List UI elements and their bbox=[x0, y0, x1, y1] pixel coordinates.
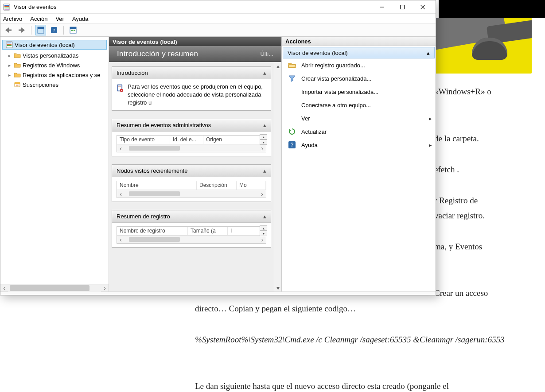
nav-back-button[interactable] bbox=[3, 25, 14, 35]
action-open-saved-log[interactable]: Abrir registro guardado... bbox=[283, 58, 435, 72]
col-header[interactable]: Nombre bbox=[117, 181, 197, 190]
svg-text:?: ? bbox=[53, 27, 55, 33]
center-vertical-scrollbar[interactable]: ▴ ▾ bbox=[274, 62, 281, 291]
expand-icon[interactable]: ▸ bbox=[7, 53, 12, 58]
scrollbar-thumb[interactable] bbox=[129, 146, 180, 151]
spinner-control[interactable]: ▴ ▾ bbox=[260, 225, 267, 236]
toolbar: ? bbox=[0, 23, 436, 37]
scrollbar-thumb[interactable] bbox=[129, 237, 180, 242]
collapse-icon[interactable]: ▴ bbox=[263, 167, 266, 174]
log-summary-header[interactable]: Resumen de registro ▴ bbox=[112, 210, 271, 223]
help-button[interactable]: ? bbox=[49, 25, 59, 35]
grid-horizontal-scrollbar[interactable]: ‹ › bbox=[117, 236, 266, 243]
chevron-down-icon[interactable]: ▾ bbox=[260, 231, 267, 236]
show-tree-button[interactable] bbox=[35, 25, 46, 35]
action-label: Ver bbox=[301, 115, 424, 122]
article-fragment: ma, y Eventos bbox=[434, 239, 536, 254]
admin-summary-grid[interactable]: Tipo de evento Id. del e... Origen ‹ › bbox=[117, 135, 266, 152]
tree-item-label: Registros de aplicaciones y se bbox=[23, 72, 101, 78]
scroll-up-icon[interactable]: ▴ bbox=[274, 62, 281, 70]
scrollbar-thumb[interactable] bbox=[129, 191, 180, 196]
svg-rect-18 bbox=[71, 30, 73, 31]
intro-header[interactable]: Introducción ▴ bbox=[112, 67, 271, 79]
action-import-custom-view[interactable]: Importar vista personalizada... bbox=[283, 85, 435, 98]
tree-item-custom-views[interactable]: ▸ Vistas personalizadas bbox=[0, 50, 109, 60]
properties-button[interactable] bbox=[68, 25, 78, 35]
svg-rect-21 bbox=[7, 43, 12, 43]
scroll-left-icon[interactable]: ‹ bbox=[117, 144, 125, 152]
spinner-control[interactable]: ▴ ▾ bbox=[260, 134, 267, 145]
article-fragment: Crear un acceso bbox=[434, 286, 536, 301]
scroll-right-icon[interactable]: › bbox=[101, 284, 109, 292]
grid-horizontal-scrollbar[interactable]: ‹ › bbox=[117, 190, 266, 198]
col-header[interactable]: Tipo de evento bbox=[117, 136, 170, 144]
grid-horizontal-scrollbar[interactable]: ‹ › bbox=[117, 144, 266, 152]
chevron-up-icon[interactable]: ▴ bbox=[260, 225, 267, 231]
menu-accion[interactable]: Acción bbox=[30, 16, 47, 22]
col-header[interactable]: Nombre de registro bbox=[117, 227, 188, 235]
event-viewer-icon bbox=[6, 41, 13, 48]
tree-pane: Visor de eventos (local) ▸ Vistas person… bbox=[0, 37, 109, 291]
scrollbar-thumb[interactable] bbox=[10, 285, 90, 291]
recent-nodes-grid[interactable]: Nombre Descripción Mo ‹ › bbox=[117, 181, 266, 198]
col-header[interactable]: Tamaño (a bbox=[188, 227, 228, 235]
recent-nodes-section: Nodos vistos recientemente ▴ Nombre Desc… bbox=[112, 164, 271, 202]
tree-root[interactable]: Visor de eventos (local) bbox=[2, 40, 107, 50]
titlebar[interactable]: Visor de eventos bbox=[0, 0, 436, 14]
folder-icon bbox=[14, 71, 21, 78]
action-create-custom-view[interactable]: Crear vista personalizada... bbox=[283, 72, 435, 85]
collapse-icon[interactable]: ▴ bbox=[263, 213, 266, 220]
action-view-submenu[interactable]: Ver ▸ bbox=[283, 112, 435, 125]
folder-icon bbox=[14, 52, 21, 59]
maximize-button[interactable] bbox=[392, 0, 413, 14]
scroll-down-icon[interactable]: ▾ bbox=[274, 284, 281, 291]
scroll-left-icon[interactable]: ‹ bbox=[117, 190, 125, 198]
close-button[interactable] bbox=[413, 0, 433, 14]
admin-summary-header[interactable]: Resumen de eventos administrativos ▴ bbox=[112, 119, 271, 132]
col-header[interactable]: Id. del e... bbox=[170, 136, 203, 144]
collapse-icon[interactable]: ▴ bbox=[427, 50, 430, 56]
tree-item-windows-logs[interactable]: ▸ Registros de Windows bbox=[0, 60, 109, 70]
col-header[interactable]: Origen bbox=[203, 136, 266, 144]
col-header[interactable]: Descripción bbox=[197, 181, 237, 190]
menu-ayuda[interactable]: Ayuda bbox=[72, 16, 89, 22]
tree-horizontal-scrollbar[interactable]: ‹ › bbox=[0, 284, 109, 291]
svg-rect-13 bbox=[38, 29, 40, 33]
actions-pane: Acciones Visor de eventos (local) ▴ Abri… bbox=[282, 37, 436, 291]
col-header[interactable]: Mo bbox=[237, 181, 266, 190]
expand-icon[interactable]: ▸ bbox=[7, 63, 12, 68]
chevron-up-icon[interactable]: ▴ bbox=[260, 134, 267, 140]
collapse-icon[interactable]: ▴ bbox=[263, 70, 266, 76]
tree-item-app-logs[interactable]: ▸ Registros de aplicaciones y se bbox=[0, 70, 109, 80]
article-fragment: r Registro de bbox=[434, 193, 536, 208]
tree-item-label: Registros de Windows bbox=[23, 62, 80, 69]
minimize-button[interactable] bbox=[372, 0, 392, 14]
scroll-left-icon[interactable]: ‹ bbox=[117, 236, 125, 243]
scroll-right-icon[interactable]: › bbox=[258, 144, 266, 152]
action-connect-computer[interactable]: Conectarse a otro equipo... bbox=[283, 98, 435, 112]
menu-archivo[interactable]: Archivo bbox=[3, 16, 22, 22]
svg-rect-9 bbox=[8, 30, 12, 31]
tree-item-label: Suscripciones bbox=[23, 82, 58, 88]
log-summary-grid[interactable]: Nombre de registro Tamaño (a I ‹ › bbox=[117, 226, 266, 244]
article-fragment: «Windows+R» o bbox=[434, 84, 536, 99]
menu-ver[interactable]: Ver bbox=[55, 16, 64, 22]
nav-forward-button[interactable] bbox=[16, 25, 27, 35]
expand-icon[interactable]: ▸ bbox=[7, 73, 12, 78]
collapse-icon[interactable]: ▴ bbox=[263, 122, 266, 128]
article-paragraph: directo… Copian y pegan el siguiente cod… bbox=[195, 301, 514, 316]
actions-title: Acciones bbox=[282, 37, 436, 46]
actions-group-header[interactable]: Visor de eventos (local) ▴ bbox=[283, 47, 435, 58]
recent-nodes-header[interactable]: Nodos vistos recientemente ▴ bbox=[112, 165, 271, 177]
blank-icon bbox=[288, 114, 296, 122]
svg-rect-4 bbox=[4, 9, 9, 10]
folder-icon bbox=[14, 62, 21, 69]
action-help-submenu[interactable]: ? Ayuda ▸ bbox=[283, 138, 435, 151]
scroll-left-icon[interactable]: ‹ bbox=[0, 284, 8, 292]
action-refresh[interactable]: Actualizar bbox=[283, 125, 435, 138]
chevron-down-icon[interactable]: ▾ bbox=[260, 140, 267, 145]
tree-item-subscriptions[interactable]: Suscripciones bbox=[0, 80, 109, 89]
scroll-right-icon[interactable]: › bbox=[258, 236, 266, 243]
scroll-right-icon[interactable]: › bbox=[258, 190, 266, 198]
action-label: Importar vista personalizada... bbox=[301, 89, 432, 95]
